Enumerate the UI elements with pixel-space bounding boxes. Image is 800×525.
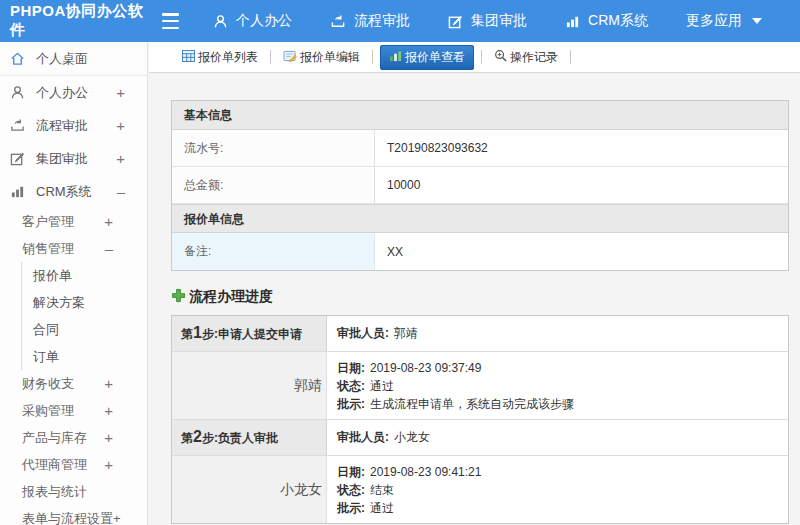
sidebar-item-agent-management[interactable]: 代理商管理 + <box>0 451 147 478</box>
sidebar-item-contract[interactable]: 合同 <box>0 316 147 343</box>
sidebar-item-quotation[interactable]: 报价单 <box>0 262 147 289</box>
nav-label: 流程审批 <box>354 12 410 30</box>
sidebar-item-label: 合同 <box>33 321 59 339</box>
approval-comment-line: 批示:通过 <box>337 499 778 517</box>
info-row-serial-number: 流水号: T20190823093632 <box>172 130 788 167</box>
sidebar-item-personal-office[interactable]: 个人办公 + <box>0 76 147 109</box>
step-approver: 审批人员:郭靖 <box>327 316 788 351</box>
nav-personal-office[interactable]: 个人办公 <box>213 12 292 30</box>
hamburger-menu-icon[interactable] <box>162 13 179 29</box>
sidebar-item-customer-management[interactable]: 客户管理 + <box>0 208 147 235</box>
sidebar-item-label: 报价单 <box>33 267 72 285</box>
expand-toggle[interactable]: + <box>104 429 113 446</box>
table-icon <box>182 50 195 65</box>
field-value: 10000 <box>375 167 788 203</box>
collapse-toggle[interactable]: – <box>105 240 113 257</box>
expand-toggle[interactable]: + <box>104 402 113 419</box>
sidebar-item-products-inventory[interactable]: 产品与库存 + <box>0 424 147 451</box>
nav-label: 个人办公 <box>236 12 292 30</box>
expand-toggle[interactable]: + <box>116 150 125 167</box>
section-header-basic-info: 基本信息 <box>172 101 788 130</box>
sidebar-item-group-approval[interactable]: 集团审批 + <box>0 142 147 175</box>
quotation-detail-panel: 基本信息 流水号: T20190823093632 总金额: 10000 报价单… <box>171 100 789 271</box>
sidebar-item-label: 采购管理 <box>22 402 74 420</box>
plus-green-icon <box>171 288 186 306</box>
step-title: 第2步:负责人审批 <box>172 420 327 455</box>
sidebar-item-form-workflow-settings[interactable]: 表单与流程设置+ <box>0 505 147 525</box>
process-step-header-row: 第1步:申请人提交申请 审批人员:郭靖 <box>172 316 788 352</box>
sidebar-item-reports-statistics[interactable]: 报表与统计 <box>0 478 147 505</box>
sidebar-item-label: CRM系统 <box>36 183 92 201</box>
approver-name: 郭靖 <box>172 352 327 419</box>
sidebar-item-order[interactable]: 订单 <box>0 343 147 370</box>
sidebar-item-label: 客户管理 <box>22 213 74 231</box>
approval-status-line: 状态:结束 <box>337 481 778 499</box>
approval-details: 日期:2019-08-23 09:37:49 状态:通过 批示:生成流程申请单，… <box>327 352 788 419</box>
expand-toggle[interactable]: + <box>116 117 125 134</box>
collapse-toggle[interactable]: – <box>117 183 125 200</box>
view-chart-icon <box>389 50 402 65</box>
sidebar-item-label: 流程审批 <box>36 117 88 135</box>
content-body: 基本信息 流水号: T20190823093632 总金额: 10000 报价单… <box>149 73 800 524</box>
sidebar-item-purchasing[interactable]: 采购管理 + <box>0 397 147 424</box>
sidebar-item-label: 解决方案 <box>33 294 85 312</box>
tab-separator <box>270 50 271 64</box>
tab-label: 操作记录 <box>510 49 558 66</box>
compose-icon <box>448 14 463 29</box>
sidebar-item-personal-desktop[interactable]: 个人桌面 <box>0 42 147 76</box>
approval-details: 日期:2019-08-23 09:41:21 状态:结束 批示:通过 <box>327 456 788 523</box>
nav-group-approval[interactable]: 集团审批 <box>448 12 527 30</box>
approval-status-line: 状态:通过 <box>337 377 778 395</box>
sidebar-item-sales-management[interactable]: 销售管理 – <box>0 235 147 262</box>
field-label: 总金额: <box>172 167 375 203</box>
tab-label: 报价单查看 <box>405 49 465 66</box>
info-row-remark: 备注: XX <box>172 233 788 270</box>
section-header-quote-info: 报价单信息 <box>172 204 788 233</box>
tab-separator <box>570 50 571 64</box>
tab-quotation-list[interactable]: 报价单列表 <box>177 45 263 70</box>
nav-workflow-approval[interactable]: 流程审批 <box>330 12 410 30</box>
step-approver: 审批人员:小龙女 <box>327 420 788 455</box>
sidebar: 个人桌面 个人办公 + 流程审批 + 集团审批 + CRM系统 – 客户管理 +… <box>0 42 148 525</box>
sidebar-item-label: 销售管理 <box>22 240 74 258</box>
tab-quotation-view[interactable]: 报价单查看 <box>380 45 474 70</box>
tab-label: 报价单编辑 <box>300 49 360 66</box>
sidebar-item-label: 个人桌面 <box>36 50 88 68</box>
home-icon <box>10 51 27 66</box>
process-step-detail-row: 小龙女 日期:2019-08-23 09:41:21 状态:结束 批示:通过 <box>172 456 788 523</box>
tab-label: 报价单列表 <box>198 49 258 66</box>
approval-date-line: 日期:2019-08-23 09:41:21 <box>337 463 778 481</box>
topbar: PHPOA协同办公软件 个人办公 流程审批 集团审批 CRM系统 更多应用 <box>0 0 800 42</box>
tab-quotation-edit[interactable]: 报价单编辑 <box>278 45 365 70</box>
edit-note-icon <box>283 50 297 65</box>
sidebar-item-label: 个人办公 <box>36 84 88 102</box>
workflow-icon <box>10 118 27 133</box>
sidebar-item-solution[interactable]: 解决方案 <box>0 289 147 316</box>
top-navigation: 个人办公 流程审批 集团审批 CRM系统 更多应用 <box>213 12 800 30</box>
sidebar-item-finance[interactable]: 财务收支 + <box>0 370 147 397</box>
info-row-total-amount: 总金额: 10000 <box>172 167 788 204</box>
magnifier-icon <box>494 49 507 65</box>
sidebar-item-crm-system[interactable]: CRM系统 – <box>0 175 147 208</box>
sidebar-item-workflow-approval[interactable]: 流程审批 + <box>0 109 147 142</box>
approval-comment-line: 批示:生成流程申请单，系统自动完成该步骤 <box>337 395 778 413</box>
workflow-icon <box>330 14 346 29</box>
compose-icon <box>10 151 27 166</box>
expand-toggle[interactable]: + <box>104 456 113 473</box>
nav-label: 更多应用 <box>686 12 742 30</box>
tab-operation-record[interactable]: 操作记录 <box>489 45 563 70</box>
user-icon <box>10 85 27 100</box>
sidebar-item-label: 产品与库存 <box>22 429 87 447</box>
sidebar-item-label: 报表与统计 <box>22 483 87 501</box>
main-content: 报价单列表 报价单编辑 报价单查看 操作记录 基本信息 流水号: T201908… <box>149 42 800 525</box>
expand-toggle[interactable]: + <box>104 213 113 230</box>
nav-label: 集团审批 <box>471 12 527 30</box>
expand-toggle[interactable]: + <box>104 375 113 392</box>
process-step-header-row: 第2步:负责人审批 审批人员:小龙女 <box>172 420 788 456</box>
nav-crm-system[interactable]: CRM系统 <box>565 12 648 30</box>
sidebar-item-label: 集团审批 <box>36 150 88 168</box>
approval-date-line: 日期:2019-08-23 09:37:49 <box>337 359 778 377</box>
expand-toggle[interactable]: + <box>116 84 125 101</box>
field-value: XX <box>375 233 788 270</box>
nav-more-apps[interactable]: 更多应用 <box>686 12 762 30</box>
